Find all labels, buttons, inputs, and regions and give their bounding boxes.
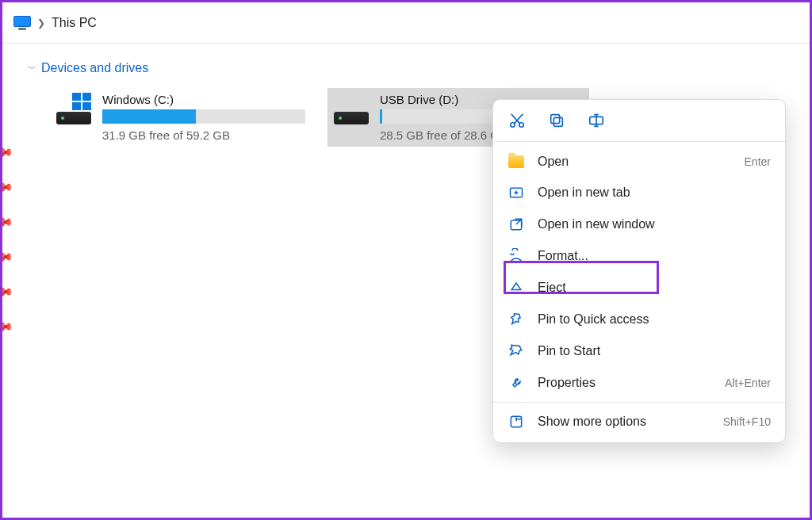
windows-logo-icon (72, 93, 91, 110)
svg-rect-3 (551, 115, 560, 124)
context-menu-toolbar (493, 100, 785, 142)
pin-icon: 📌 (0, 281, 15, 302)
disk-icon (56, 112, 91, 124)
ctx-eject[interactable]: Eject (493, 272, 785, 304)
separator (493, 402, 785, 403)
chevron-down-icon: ﹀ (28, 63, 36, 75)
pin-icon (508, 312, 525, 327)
rename-icon[interactable] (587, 111, 606, 130)
ctx-pin-start[interactable]: Pin to Start (493, 335, 785, 367)
svg-rect-2 (553, 117, 562, 126)
drive-label: Windows (C:) (102, 93, 305, 106)
breadcrumb: ❯ This PC (2, 2, 810, 44)
cut-icon[interactable] (508, 111, 527, 130)
ctx-show-more-options[interactable]: Show more options Shift+F10 (493, 406, 785, 438)
pin-icon: 📌 (0, 316, 15, 337)
devices-drives-header[interactable]: ﹀ Devices and drives (28, 61, 784, 75)
ctx-open-new-window[interactable]: Open in new window (493, 208, 785, 240)
pin-icon (508, 343, 525, 359)
drive-icon (56, 93, 91, 124)
options-icon (508, 414, 525, 430)
disk-icon (334, 112, 369, 124)
chevron-right-icon: ❯ (37, 17, 45, 29)
new-tab-icon (508, 185, 525, 201)
ctx-open[interactable]: Open Enter (493, 147, 785, 177)
drive-item-c[interactable]: Windows (C:) 31.9 GB free of 59.2 GB (50, 88, 312, 147)
eject-icon (508, 280, 525, 296)
pin-icon: 📌 (0, 177, 15, 197)
drive-icon (334, 93, 369, 124)
ctx-pin-quick-access[interactable]: Pin to Quick access (493, 304, 785, 335)
svg-rect-6 (511, 220, 521, 230)
folder-icon (508, 155, 525, 168)
ctx-format[interactable]: Format... (493, 240, 785, 272)
storage-bar (102, 109, 305, 124)
context-menu: Open Enter Open in new tab Open in new w… (492, 99, 786, 443)
section-title: Devices and drives (41, 61, 148, 75)
svg-point-0 (511, 123, 515, 128)
copy-icon[interactable] (547, 111, 566, 130)
new-window-icon (508, 216, 525, 232)
this-pc-icon (13, 16, 31, 30)
format-icon (508, 248, 525, 264)
wrench-icon (508, 375, 525, 391)
pin-icon: 📌 (0, 247, 15, 267)
svg-point-1 (519, 123, 524, 128)
ctx-open-new-tab[interactable]: Open in new tab (493, 177, 785, 208)
drive-stats: 31.9 GB free of 59.2 GB (102, 128, 305, 142)
ctx-properties[interactable]: Properties Alt+Enter (493, 367, 785, 399)
quick-access-pins: 📌 📌 📌 📌 📌 📌 (0, 145, 12, 334)
pin-icon: 📌 (0, 212, 15, 232)
breadcrumb-title[interactable]: This PC (52, 16, 97, 30)
